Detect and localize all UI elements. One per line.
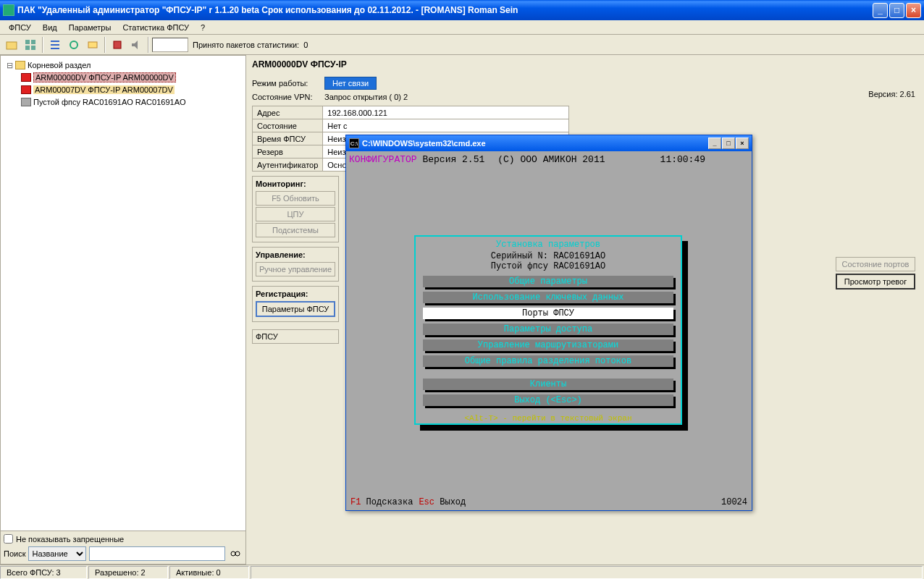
svg-rect-6 <box>51 44 59 46</box>
cmd-minimize-button[interactable]: _ <box>708 138 721 149</box>
svg-rect-4 <box>31 46 35 50</box>
tree-root-label: Корневой раздел <box>28 61 91 69</box>
menu-stats[interactable]: Статистика ФПСУ <box>117 22 195 33</box>
svg-rect-9 <box>88 42 97 48</box>
monitoring-group: Мониторинг: F5 Обновить ЦПУ Подсистемы <box>252 176 339 242</box>
menu-help[interactable]: ? <box>195 22 211 33</box>
menu-view[interactable]: Вид <box>37 22 63 33</box>
left-panel: ⊟ Корневой раздел ARM00000DV ФПСУ-IP ARM… <box>0 55 246 565</box>
mode-badge: Нет связи <box>324 77 377 90</box>
cmd-hint: <Alt-T> - перейти в текстовый экран <box>416 414 681 423</box>
device-red-icon <box>21 73 31 82</box>
cpu-button[interactable]: ЦПУ <box>256 207 335 221</box>
svg-marker-11 <box>132 41 138 49</box>
cmd-title-text: C:\WINDOWS\system32\cmd.exe <box>362 139 708 148</box>
tool-list-icon[interactable] <box>46 36 64 54</box>
view-alarms-button[interactable]: Просмотр тревог <box>836 274 915 290</box>
cmd-menu-access[interactable]: Параметры доступа <box>423 324 673 335</box>
tree-item-2[interactable]: Пустой фпсу RAC01691AO RAC01691AO <box>4 96 243 108</box>
detail-header: ARM00000DV ФПСУ-IP <box>252 59 918 69</box>
minimize-button[interactable]: _ <box>873 3 888 18</box>
window-titlebar: ПАК "Удаленный администратор "ФПСУ-IP" r… <box>0 0 924 20</box>
subsystems-button[interactable]: Подсистемы <box>256 223 335 237</box>
svg-point-8 <box>70 41 77 48</box>
svg-rect-5 <box>51 41 59 42</box>
registration-group: Регистрация: Параметры ФПСУ <box>252 286 339 322</box>
tree-item-1[interactable]: ARM00007DV ФПСУ-IP ARM00007DV <box>4 84 243 96</box>
tree-view[interactable]: ⊟ Корневой раздел ARM00000DV ФПСУ-IP ARM… <box>1 56 245 531</box>
stat-label: Принято пакетов статистики: <box>193 41 299 49</box>
cmd-serial-1: Серийный N: RAC01691AO <box>423 251 673 261</box>
stat-field <box>152 38 188 52</box>
menu-bar: ФПСУ Вид Параметры Статистика ФПСУ ? <box>0 20 924 35</box>
svg-rect-7 <box>51 48 59 49</box>
svg-rect-0 <box>7 42 17 49</box>
toolbar: Принято пакетов статистики: 0 <box>0 35 924 55</box>
mode-label: Режим работы: <box>252 79 324 88</box>
cmd-footer-num: 10024 <box>721 497 747 507</box>
version-label: Версия: 2.61 <box>868 90 915 98</box>
cmd-close-button[interactable]: × <box>736 138 749 149</box>
cmd-frame-title: Установка параметров <box>423 240 673 250</box>
cmd-f1-label: Подсказка <box>366 497 413 507</box>
shadow <box>420 425 688 431</box>
svg-rect-3 <box>25 46 30 50</box>
fpsu-box: ФПСУ <box>252 329 339 344</box>
cmd-cfg: КОНФИГУРАТОР <box>349 154 417 165</box>
cmd-menu-clients[interactable]: Клиенты <box>423 379 673 390</box>
svg-point-13 <box>235 551 240 556</box>
close-button[interactable]: × <box>906 3 921 18</box>
port-state-button[interactable]: Состояние портов <box>836 257 915 271</box>
cmd-menu-exit[interactable]: Выход (<Esc>) <box>423 394 673 406</box>
tree-root[interactable]: ⊟ Корневой раздел <box>4 59 243 71</box>
tool-device-icon[interactable] <box>109 36 126 54</box>
tool-folder-icon[interactable] <box>3 36 20 54</box>
cmd-window[interactable]: C:\ C:\WINDOWS\system32\cmd.exe _ □ × КО… <box>345 135 752 511</box>
cmd-serial-2: Пустой фпсу RAC01691AO <box>423 261 673 271</box>
shadow <box>682 241 688 431</box>
cmd-menu-rules[interactable]: Общие правила разделения потоков <box>423 355 673 367</box>
menu-params[interactable]: Параметры <box>63 22 117 33</box>
status-allowed: Разрешено: 2 <box>88 566 168 579</box>
cmd-menu-routers[interactable]: Управление маршрутизаторами <box>423 339 673 351</box>
cmd-titlebar[interactable]: C:\ C:\WINDOWS\system32\cmd.exe _ □ × <box>346 135 752 151</box>
cmd-copyright: (С) ООО АМИКОН 2011 <box>497 154 605 165</box>
cmd-menu-ports[interactable]: Порты ФПСУ <box>423 308 673 319</box>
cmd-menu-general[interactable]: Общие параметры <box>423 276 673 287</box>
tree-item-label: Пустой фпсу RAC01691AO RAC01691AO <box>33 98 186 106</box>
control-group: Управление: Ручное управление <box>252 247 339 282</box>
refresh-button[interactable]: F5 Обновить <box>256 191 335 206</box>
cmd-time: 11:00:49 <box>660 154 705 165</box>
stat-value: 0 <box>303 41 308 49</box>
menu-fpsu[interactable]: ФПСУ <box>3 22 37 33</box>
vpn-label: Состояние VPN: <box>252 93 324 101</box>
app-icon <box>3 4 14 16</box>
tree-item-0[interactable]: ARM00000DV ФПСУ-IP ARM00000DV <box>4 72 243 83</box>
tool-grid-icon[interactable] <box>22 36 39 54</box>
cmd-esc-key: Esc <box>419 497 434 507</box>
cmd-menu-keys[interactable]: Использование ключевых данных <box>423 292 673 303</box>
table-row: Адрес192.168.000.121 <box>253 106 569 119</box>
manual-control-button[interactable]: Ручное управление <box>256 262 335 276</box>
vpn-value: Запрос открытия ( 0) 2 <box>324 93 408 101</box>
tree-item-label: ARM00007DV ФПСУ-IP ARM00007DV <box>33 85 175 94</box>
folder-icon <box>15 61 25 69</box>
tool-sound-icon[interactable] <box>127 36 145 54</box>
tool-refresh-icon[interactable] <box>65 36 83 54</box>
binoculars-icon[interactable] <box>228 546 243 561</box>
cmd-menu-frame: Установка параметров Серийный N: RAC0169… <box>414 235 682 425</box>
hide-forbidden-checkbox[interactable] <box>4 534 13 544</box>
cmd-maximize-button[interactable]: □ <box>722 138 735 149</box>
svg-rect-10 <box>114 41 121 48</box>
tool-card-icon[interactable] <box>84 36 101 54</box>
search-mode-select[interactable]: Название <box>28 546 86 561</box>
tree-item-label: ARM00000DV ФПСУ-IP ARM00000DV <box>33 72 176 83</box>
fpsu-params-button[interactable]: Параметры ФПСУ <box>256 301 335 317</box>
cmd-body: КОНФИГУРАТОР Версия 2.51 (С) ООО АМИКОН … <box>346 151 752 510</box>
status-bar: Всего ФПСУ: 3 Разрешено: 2 Активные: 0 <box>0 565 924 579</box>
hide-forbidden-label: Не показывать запрещенные <box>16 535 124 544</box>
search-input[interactable] <box>89 546 225 561</box>
maximize-button[interactable]: □ <box>889 3 904 18</box>
status-active: Активные: 0 <box>169 566 249 579</box>
status-empty <box>251 566 923 579</box>
